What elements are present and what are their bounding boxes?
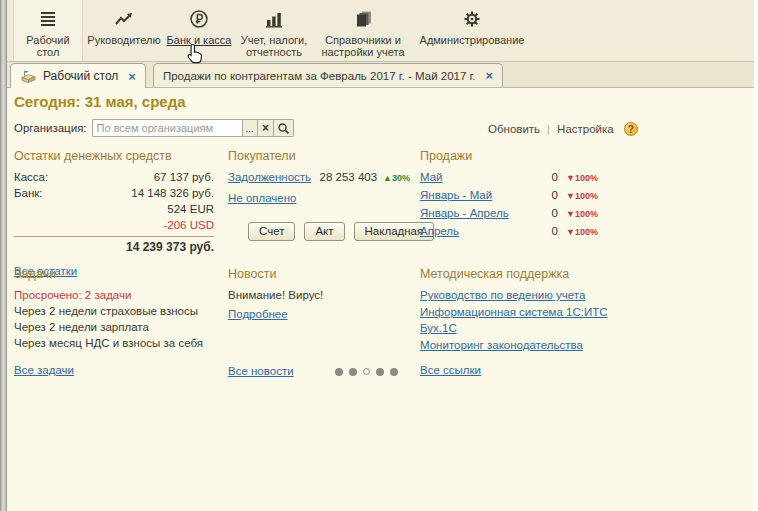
task-item: Через месяц НДС и взносы за себя bbox=[14, 335, 229, 351]
news-headline: Внимание! Вирус! bbox=[228, 287, 398, 304]
menu-lines-icon bbox=[37, 8, 59, 30]
section-title: Покупатели bbox=[228, 148, 410, 165]
nav-item-label: Рабочий стол bbox=[14, 34, 82, 58]
tab-desktop[interactable]: Рабочий стол × bbox=[10, 63, 146, 88]
support-link[interactable]: Бух.1С bbox=[420, 320, 645, 337]
desktop-content: Сегодня: 31 мая, среда Организация: ... … bbox=[7, 88, 754, 511]
news-pagination-dot-active[interactable] bbox=[363, 368, 370, 375]
sales-delta: ▼100% bbox=[566, 170, 606, 187]
nav-item-manager[interactable]: Руководителю bbox=[83, 0, 165, 61]
support-link[interactable]: Мониторинг законодательства bbox=[420, 337, 645, 354]
sales-delta: ▼100% bbox=[566, 206, 606, 223]
task-item: Через 2 недели страховые взносы bbox=[14, 303, 229, 319]
bar-chart-icon bbox=[263, 8, 285, 30]
window-edge-right bbox=[754, 0, 758, 511]
cash-row-label: Касса: bbox=[14, 169, 48, 185]
section-title: Новости bbox=[228, 266, 398, 283]
news-more-link[interactable]: Подробнее bbox=[228, 306, 288, 323]
organization-input[interactable] bbox=[92, 119, 242, 137]
section-buyers: Покупатели Задолженность 28 253 403 ▲30%… bbox=[228, 148, 410, 241]
cash-row: 524 EUR bbox=[14, 201, 214, 217]
cash-row-value: 67 137 руб. bbox=[154, 169, 214, 185]
overdue-tasks: Просрочено: 2 задачи bbox=[14, 287, 229, 303]
nav-item-administration[interactable]: Администрирование bbox=[411, 0, 533, 61]
organization-filter: Организация: ... × bbox=[14, 119, 294, 137]
act-button[interactable]: Акт bbox=[304, 222, 344, 241]
cash-row: -206 USD bbox=[14, 217, 214, 233]
tab-close-icon[interactable]: × bbox=[128, 70, 136, 83]
sales-value: 0 bbox=[552, 187, 558, 204]
ruble-circle-icon bbox=[189, 8, 209, 30]
nav-item-accounting-taxes[interactable]: Учет, налоги, отчетность bbox=[233, 0, 315, 61]
sales-period-link[interactable]: Май bbox=[420, 169, 443, 186]
section-title: Остатки денежных средств bbox=[14, 148, 214, 165]
unpaid-link[interactable]: Не оплачено bbox=[228, 190, 297, 207]
sales-value: 0 bbox=[552, 223, 558, 240]
news-pagination-dot[interactable] bbox=[349, 368, 357, 376]
debt-value: 28 253 403 bbox=[320, 169, 378, 185]
unpaid-row: Не оплачено bbox=[228, 190, 410, 207]
debt-link[interactable]: Задолженность bbox=[228, 169, 311, 186]
nav-item-bank-cash[interactable]: Банк и касса bbox=[165, 0, 233, 61]
page-title: Сегодня: 31 мая, среда bbox=[14, 93, 186, 110]
cash-total: 14 239 373 руб. bbox=[14, 239, 214, 256]
news-pagination-dot[interactable] bbox=[335, 368, 343, 376]
support-link[interactable]: Руководство по ведению учета bbox=[420, 287, 645, 304]
sales-value: 0 bbox=[552, 169, 558, 186]
nav-item-desktop[interactable]: Рабочий стол bbox=[13, 0, 83, 61]
sales-row: Апрель 0 ▼100% bbox=[420, 223, 606, 241]
all-news-link[interactable]: Все новости bbox=[228, 363, 294, 380]
sales-delta: ▼100% bbox=[566, 188, 606, 205]
nav-item-label: Администрирование bbox=[420, 34, 525, 46]
section-title: Методическая поддержка bbox=[420, 266, 645, 283]
sales-period-link[interactable]: Январь - Май bbox=[420, 187, 492, 204]
sales-value: 0 bbox=[552, 205, 558, 222]
tab-sales-report[interactable]: Продажи по контрагентам за Февраль 2017 … bbox=[153, 63, 503, 87]
cash-row-value: 524 EUR bbox=[167, 201, 214, 217]
nav-item-references-settings[interactable]: Справочники и настройки учета bbox=[315, 0, 411, 61]
gear-icon bbox=[462, 8, 482, 30]
section-title: Продажи bbox=[420, 148, 606, 165]
sales-row: Январь - Апрель 0 ▼100% bbox=[420, 205, 606, 223]
search-icon[interactable] bbox=[274, 119, 294, 137]
sales-period-link[interactable]: Январь - Апрель bbox=[420, 205, 509, 222]
sales-delta: ▼100% bbox=[566, 224, 606, 241]
cash-row: Банк: 14 148 326 руб. bbox=[14, 185, 214, 201]
window-edge-left bbox=[0, 0, 7, 511]
total-divider bbox=[14, 236, 214, 237]
cash-row-value: 14 148 326 руб. bbox=[131, 185, 214, 201]
help-icon[interactable]: ? bbox=[624, 122, 638, 136]
all-links-link[interactable]: Все ссылки bbox=[420, 362, 645, 379]
tab-label: Рабочий стол bbox=[43, 69, 118, 83]
news-pagination-dot[interactable] bbox=[390, 368, 398, 376]
nav-item-label: Справочники и настройки учета bbox=[315, 34, 411, 58]
sales-row: Январь - Май 0 ▼100% bbox=[420, 187, 606, 205]
nav-item-label: Учет, налоги, отчетность bbox=[233, 34, 315, 58]
nav-item-label: Руководителю bbox=[87, 34, 160, 46]
sales-period-link[interactable]: Апрель bbox=[420, 223, 459, 240]
trend-chart-icon bbox=[112, 8, 136, 30]
document-buttons: Счет Акт Накладная bbox=[248, 222, 410, 241]
support-link[interactable]: Информационная система 1С:ИТС bbox=[420, 304, 645, 321]
debt-row: Задолженность 28 253 403 ▲30% bbox=[228, 169, 410, 186]
organization-label: Организация: bbox=[14, 122, 87, 134]
refresh-button[interactable]: Обновить bbox=[488, 123, 540, 135]
debt-delta: ▲30% bbox=[383, 170, 410, 186]
header-actions: Обновить | Настройка ? bbox=[488, 122, 638, 136]
section-method-support: Методическая поддержка Руководство по ве… bbox=[420, 266, 645, 379]
invoice-button[interactable]: Счет bbox=[248, 222, 295, 241]
top-navigation: Рабочий стол Руководителю Банк и касса У… bbox=[7, 0, 754, 62]
clear-icon[interactable]: × bbox=[258, 119, 274, 137]
settings-button[interactable]: Настройка bbox=[557, 123, 614, 135]
cash-row: Касса: 67 137 руб. bbox=[14, 169, 214, 185]
news-pagination-dot[interactable] bbox=[376, 368, 384, 376]
stacked-docs-icon bbox=[352, 8, 374, 30]
section-cash-balances: Остатки денежных средств Касса: 67 137 р… bbox=[14, 148, 214, 280]
section-tasks: Задачи Просрочено: 2 задачи Через 2 неде… bbox=[14, 266, 229, 379]
tab-close-icon[interactable]: × bbox=[486, 69, 494, 82]
section-title: Задачи bbox=[14, 266, 229, 283]
all-tasks-link[interactable]: Все задачи bbox=[14, 362, 74, 379]
task-item: Через 2 недели зарплата bbox=[14, 319, 229, 335]
organization-picker-button[interactable]: ... bbox=[242, 119, 258, 137]
cash-row-value: -206 USD bbox=[164, 217, 215, 233]
